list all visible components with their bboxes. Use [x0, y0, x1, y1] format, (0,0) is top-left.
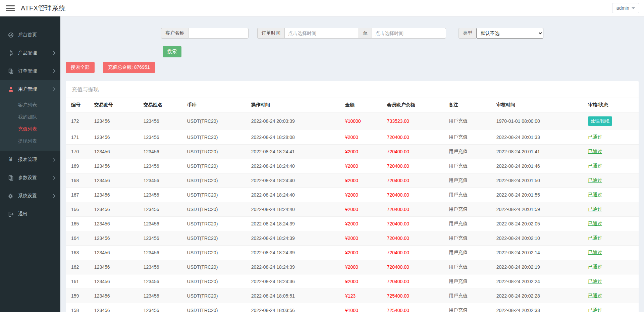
status-approved-link[interactable]: 已通过 [588, 149, 602, 154]
status-approved-link[interactable]: 已通过 [588, 134, 602, 140]
hamburger-menu-icon[interactable] [6, 5, 15, 11]
row-id: 166 [66, 202, 92, 217]
status-cell: 已通过 [585, 274, 639, 289]
status-approved-link[interactable]: 已通过 [588, 177, 602, 183]
currency: USDT(TRC20) [184, 260, 249, 274]
trade-name: 123456 [141, 231, 184, 246]
search-button[interactable]: 搜索 [163, 46, 181, 57]
status-approved-link[interactable]: 已通过 [588, 278, 602, 284]
total-recharge-badge[interactable]: 充值总金额: 876951 [103, 62, 155, 73]
trade-account: 123456 [92, 246, 141, 260]
time-end-input[interactable] [372, 28, 446, 39]
sidebar-item-reports[interactable]: ¥报表管理 [0, 151, 60, 169]
trade-account: 123456 [92, 217, 141, 231]
status-approved-link[interactable]: 已通过 [588, 206, 602, 212]
table-row: 161123456123456USDT(TRC20)2022-08-24 18:… [66, 274, 639, 289]
sidebar-subitem-team[interactable]: 我的团队 [0, 111, 60, 123]
operation-time: 2022-08-24 18:28:08 [249, 130, 342, 145]
sidebar-subitem-withdraw[interactable]: 提现列表 [0, 135, 60, 147]
status-cell: 已通过 [585, 260, 639, 274]
row-id: 164 [66, 231, 92, 246]
row-id: 172 [66, 112, 92, 130]
row-id: 161 [66, 274, 92, 289]
logout-icon [7, 211, 14, 217]
member-balance: 720400.00 [384, 217, 446, 231]
status-approved-link[interactable]: 已通过 [588, 307, 602, 312]
sidebar-item-system[interactable]: 系统设置 [0, 187, 60, 205]
status-cell: 已通过 [585, 145, 639, 159]
currency: USDT(TRC20) [184, 303, 249, 312]
sidebar-item-label: 报表管理 [18, 157, 53, 163]
status-approved-link[interactable]: 已通过 [588, 192, 602, 197]
trade-account: 123456 [92, 231, 141, 246]
chevron-right-icon [53, 87, 56, 91]
chevron-right-icon [53, 194, 56, 198]
status-approved-link[interactable]: 已通过 [588, 293, 602, 298]
status-approved-link[interactable]: 已通过 [588, 163, 602, 168]
user-menu-button[interactable]: admin [612, 3, 639, 13]
sidebar-subitem-customers[interactable]: 客户列表 [0, 99, 60, 111]
sidebar-subitem-recharge[interactable]: 充值列表 [0, 123, 60, 135]
time-start-input[interactable] [284, 28, 359, 39]
sidebar-item-products[interactable]: 产品管理 [0, 44, 60, 62]
currency: USDT(TRC20) [184, 274, 249, 289]
currency: USDT(TRC20) [184, 159, 249, 173]
sidebar-item-orders[interactable]: 订单管理 [0, 62, 60, 80]
amount: ¥1000 [342, 303, 384, 312]
note: 用戶充值 [446, 260, 494, 274]
customer-name-label: 客户名称 [161, 28, 188, 39]
process-reject-button[interactable]: 处理/拒绝 [588, 116, 612, 126]
trade-account: 123456 [92, 260, 141, 274]
sidebar-group-logout: 退出 [0, 205, 60, 223]
trade-account: 123456 [92, 274, 141, 289]
status-approved-link[interactable]: 已通过 [588, 264, 602, 269]
status-cell: 已通过 [585, 303, 639, 312]
currency: USDT(TRC20) [184, 202, 249, 217]
panel-title: 充值与提现 [66, 81, 639, 98]
audit-time: 2022-08-24 20:01:50 [494, 173, 585, 188]
trade-name: 123456 [141, 289, 184, 303]
sidebar-item-params[interactable]: 参数设置 [0, 169, 60, 187]
trade-account: 123456 [92, 173, 141, 188]
trade-name: 123456 [141, 159, 184, 173]
trade-name: 123456 [141, 112, 184, 130]
sidebar-group-params: 参数设置 [0, 169, 60, 187]
trade-account: 123456 [92, 159, 141, 173]
row-id: 162 [66, 260, 92, 274]
sidebar-item-users[interactable]: 用户管理 [0, 80, 60, 98]
status-approved-link[interactable]: 已通过 [588, 221, 602, 226]
sidebar-submenu-users: 客户列表我的团队充值列表提现列表 [0, 98, 60, 151]
status-approved-link[interactable]: 已通过 [588, 235, 602, 241]
operation-time: 2022-08-24 18:05:51 [249, 289, 342, 303]
customer-name-input[interactable] [188, 28, 249, 39]
caret-down-icon [632, 7, 635, 9]
search-all-button[interactable]: 搜索全部 [66, 62, 95, 73]
sidebar-group-orders: 订单管理 [0, 62, 60, 80]
table-header-row: 编号交易账号交易姓名币种操作时间金额会员账户余额备注审核时间审核/状态 [66, 98, 639, 112]
audit-time: 2022-08-24 20:02:05 [494, 217, 585, 231]
operation-time: 2022-08-24 18:24:41 [249, 145, 342, 159]
member-balance: 720400.00 [384, 202, 446, 217]
operation-time: 2022-08-24 18:24:40 [249, 188, 342, 202]
trade-name: 123456 [141, 260, 184, 274]
member-balance: 720400.00 [384, 274, 446, 289]
order-time-group: 订单时间 至 [257, 28, 446, 39]
sidebar-item-logout[interactable]: 退出 [0, 205, 60, 223]
recharge-table: 编号交易账号交易姓名币种操作时间金额会员账户余额备注审核时间审核/状态 1721… [66, 98, 639, 312]
operation-time: 2022-08-24 18:24:39 [249, 260, 342, 274]
sidebar-item-home[interactable]: 后台首页 [0, 26, 60, 44]
audit-time: 2022-08-24 20:02:14 [494, 246, 585, 260]
type-select[interactable]: 默认不选 [476, 28, 543, 39]
member-balance: 720400.00 [384, 159, 446, 173]
status-approved-link[interactable]: 已通过 [588, 250, 602, 255]
dashboard-icon [7, 32, 14, 38]
note: 用戶充值 [446, 130, 494, 145]
audit-time: 2022-08-24 20:01:55 [494, 188, 585, 202]
member-balance: 720400.00 [384, 260, 446, 274]
note: 用戶充值 [446, 188, 494, 202]
note: 用戶充值 [446, 303, 494, 312]
sidebar-menu: 后台首页产品管理订单管理用户管理客户列表我的团队充值列表提现列表¥报表管理参数设… [0, 26, 60, 223]
status-cell: 已通过 [585, 159, 639, 173]
trade-account: 123456 [92, 303, 141, 312]
sidebar-item-label: 订单管理 [18, 68, 53, 74]
